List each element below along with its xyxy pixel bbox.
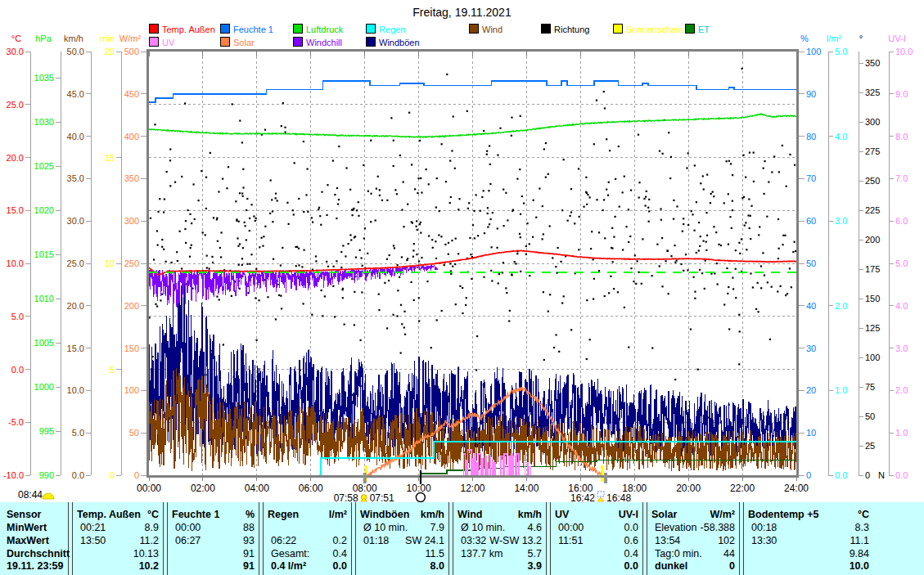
axis-tick-label: 10 — [105, 258, 115, 268]
axis-tick-label: 1010 — [34, 294, 54, 303]
axis-tick-label: 60 — [806, 216, 816, 226]
axis-tick-label: 4.0 — [895, 301, 908, 311]
axis-tick-label: 350 — [865, 58, 880, 68]
axis-tick-label: 0 — [134, 470, 139, 480]
axis-tick-label: 0 — [865, 470, 870, 480]
sunrise-icon — [361, 495, 367, 501]
axis-tick-label: 150 — [865, 294, 880, 303]
axis-tick-label: 0 — [806, 470, 811, 480]
moon-icon — [416, 493, 425, 502]
axis-tick-label: 1000 — [34, 382, 54, 392]
x-tick-label: 24:00 — [784, 483, 809, 494]
axis-tick-label: 25.0 — [7, 100, 24, 110]
axis-tick-label: 7.0 — [895, 173, 908, 183]
axis-tick-label: 1015 — [34, 249, 54, 259]
axis-tick-label: 3.0 — [835, 216, 847, 226]
axis-tick-label: 30.0 — [67, 216, 84, 226]
axis-tick-label: 0.0 — [895, 470, 908, 480]
axis-tick-label: 10 — [806, 428, 816, 438]
axis-tick-label: 0.0 — [11, 365, 24, 375]
x-tick-label: 06:00 — [299, 483, 323, 494]
axis-tick-label: 30.0 — [7, 47, 24, 56]
axis-tick-label: 1.0 — [835, 385, 847, 395]
axis-tick-label: 1025 — [34, 161, 54, 171]
axis-tick-label: 100 — [124, 385, 139, 395]
axis-tick-label: 125 — [865, 323, 880, 333]
axis-tick-label: 225 — [865, 205, 880, 215]
axis-tick-label: 5.0 — [11, 312, 24, 321]
axis-tick-label: 8.0 — [895, 132, 908, 142]
axis-suffix-n: N — [878, 470, 885, 480]
axis-tick-label: -5.0 — [8, 417, 24, 427]
table-col-unit: °C — [705, 509, 869, 521]
axis-tick-label: 1035 — [34, 73, 54, 83]
axis-tick-label: 4.0 — [835, 132, 847, 142]
axis-tick-label: 1.0 — [895, 428, 908, 438]
axis-tick-label: 175 — [865, 264, 880, 274]
axis-tick-label: -10.0 — [3, 470, 24, 480]
sunrise-time-b: 07:51 — [370, 492, 394, 502]
axis-unit-lpm2: l/m² — [827, 34, 842, 43]
sunset-time-b: 16:48 — [606, 492, 631, 502]
sensor-stats-table: SensorMinWertMaxWertDurchschnitt19.11. 2… — [0, 502, 924, 575]
axis-tick-label: 20 — [806, 385, 816, 395]
sunshine-tick — [601, 465, 603, 482]
axis-tick-label: 400 — [124, 132, 139, 142]
axis-tick-label: 325 — [865, 88, 880, 97]
axis-tick-label: 10.0 — [7, 258, 24, 268]
axis-event-gray — [604, 473, 607, 483]
x-tick-label: 04:00 — [245, 483, 269, 494]
axis-tick-label: 80 — [806, 132, 816, 142]
axis-tick-label: 1020 — [34, 205, 54, 215]
axis-tick-label: 90 — [806, 89, 816, 99]
axis-tick-label: 20.0 — [7, 153, 24, 163]
axis-tick-label: 200 — [865, 235, 880, 245]
axis-tick-label: 350 — [124, 173, 139, 183]
axis-tick-label: 150 — [124, 344, 139, 353]
axis-tick-label: 70 — [806, 173, 816, 183]
x-tick-label: 02:00 — [191, 483, 215, 494]
axis-tick-label: 75 — [865, 382, 875, 392]
axis-tick-label: 3.0 — [895, 344, 908, 353]
axis-tick-label: 100 — [865, 353, 880, 362]
axis-event-gray — [363, 473, 367, 483]
axis-tick-label: 50 — [865, 411, 875, 421]
moon-event-tick — [420, 470, 421, 484]
moonrise-time: 08:44 — [18, 489, 43, 501]
x-tick-label: 00:00 — [137, 483, 161, 494]
moonrise-icon — [43, 493, 54, 499]
axis-tick-label: 6.0 — [895, 216, 908, 226]
axis-tick-label: 50.0 — [67, 47, 84, 56]
axis-tick-label: 20.0 — [67, 301, 84, 311]
table-cell-value: 88 — [91, 522, 255, 534]
axis-tick-label: 15.0 — [67, 344, 84, 353]
axis-tick-label: 50 — [129, 428, 139, 438]
axis-tick-label: 250 — [865, 176, 880, 186]
axis-tick-label: 40 — [806, 301, 816, 311]
axis-tick-label: 1005 — [34, 338, 54, 348]
axis-tick-label: 5.0 — [72, 428, 84, 438]
axis-tick-label: 0.0 — [72, 470, 84, 480]
sunset-time-a: 16:42 — [570, 492, 595, 502]
axis-unit-deg: ° — [859, 34, 863, 43]
axis-unit-hpa: hPa — [35, 34, 52, 43]
axis-tick-label: 0.0 — [835, 470, 847, 480]
axis-tick-label: 30 — [806, 344, 816, 353]
axis-unit-temp: °C — [11, 34, 21, 43]
axis-tick-label: 20 — [105, 47, 115, 56]
axis-tick-label: 15.0 — [7, 205, 24, 215]
table-cell-value: 9.84 — [705, 548, 869, 560]
axis-tick-label: 15 — [105, 153, 115, 163]
table-cell-value: 11.1 — [705, 535, 869, 547]
x-tick-label: 10:00 — [407, 483, 431, 494]
axis-unit-uvi: UV-I — [888, 34, 905, 43]
axis-unit-percent: % — [800, 34, 809, 43]
axis-tick-label: 5.0 — [835, 47, 847, 56]
axis-tick-label: 300 — [865, 117, 880, 127]
x-tick-label: 20:00 — [676, 483, 701, 494]
axis-tick-label: 10.0 — [895, 47, 913, 56]
axis-unit-wpm2: W/m² — [119, 34, 142, 43]
axis-unit-minutes: min — [100, 34, 115, 43]
axis-tick-label: 35.0 — [67, 173, 84, 183]
axis-tick-label: 10.0 — [67, 385, 84, 395]
